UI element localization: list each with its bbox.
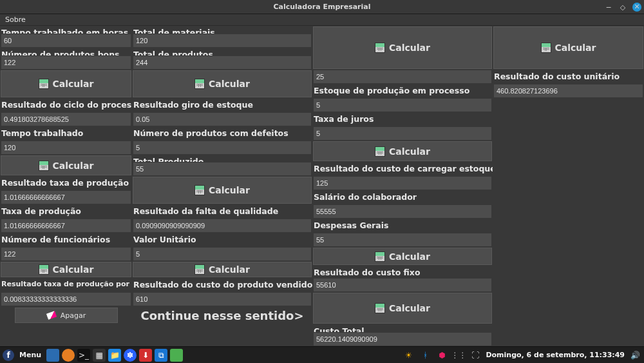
taskbar-app-icon[interactable]: ✽ — [124, 349, 137, 362]
label-res-custo-fixo: Resultado do custo fixo — [312, 266, 493, 278]
taskbar-running-app-icon[interactable] — [170, 349, 183, 362]
input-col3-top[interactable] — [314, 70, 491, 83]
label-res-custo-carregar: Resultado do custo de carregar estoque — [312, 162, 493, 176]
calculator-icon — [39, 264, 49, 275]
window-close-button[interactable]: ✕ — [632, 3, 641, 12]
label-salario: Salário do colaborador — [312, 190, 493, 204]
taskbar-app-icon[interactable]: ⬇ — [139, 349, 152, 362]
continue-text: Continue nesse sentido> — [132, 306, 312, 332]
label-total-produzido: Total Produzido — [132, 155, 312, 162]
tray-icon[interactable]: ⛶ — [469, 349, 482, 362]
input-estoque-processo[interactable] — [314, 99, 491, 112]
label-res-ciclo: Resultado do ciclo do processo — [0, 98, 132, 112]
tray-icon[interactable]: ⬢ — [435, 349, 448, 362]
output-res-custo-fixo[interactable] — [314, 279, 491, 291]
calcular-button-taxa-prod[interactable]: Calcular — [1, 155, 131, 176]
input-taxa-prod[interactable] — [1, 219, 131, 232]
output-res-falta-qual[interactable] — [133, 219, 311, 232]
taskbar-terminal-icon[interactable]: >_ — [77, 349, 90, 362]
input-total-produzido[interactable] — [133, 162, 311, 175]
taskbar-files-icon[interactable]: 📁 — [108, 349, 121, 362]
output-res-taxa-recurso[interactable] — [1, 293, 131, 306]
input-num-defeitos[interactable] — [133, 141, 311, 154]
taskbar-menu-label: Menu — [17, 351, 44, 359]
calcular-button-carregar[interactable]: Calcular — [313, 141, 492, 162]
label-num-func: Número de funcionários — [0, 233, 132, 247]
taskbar-menu-button[interactable]: f Menu — [3, 349, 44, 361]
calcular-label: Calcular — [53, 264, 94, 275]
apagar-label: Apagar — [61, 311, 86, 320]
app-menubar: Sobre — [0, 14, 644, 26]
input-total-produtos[interactable] — [133, 56, 311, 69]
input-tempo-trabalhado[interactable] — [1, 141, 131, 154]
window-title: Calculadora Empresarial — [273, 3, 370, 11]
calcular-button-ciclo[interactable]: Calcular — [1, 70, 131, 97]
calcular-label: Calcular — [209, 79, 250, 89]
output-res-custo-vendido[interactable] — [133, 293, 311, 306]
calcular-label: Calcular — [53, 79, 94, 89]
calcular-button-falta-qual[interactable]: Calcular — [133, 177, 312, 204]
calcular-label: Calcular — [389, 43, 430, 53]
input-taxa-juros[interactable] — [314, 127, 491, 140]
calcular-button-custo-total[interactable]: Calcular — [313, 293, 492, 324]
label-valor-unit: Valor Unitário — [132, 233, 312, 247]
taskbar-app-icon[interactable] — [46, 349, 59, 362]
window-minimize-button[interactable]: − — [604, 3, 613, 12]
output-res-custo-carregar[interactable] — [314, 177, 491, 190]
output-res-ciclo[interactable] — [1, 113, 131, 126]
output-custo-total[interactable] — [314, 333, 491, 346]
menu-sobre[interactable]: Sobre — [1, 15, 30, 24]
calculator-icon — [375, 43, 385, 53]
eraser-icon — [45, 310, 57, 321]
tray-volume-icon[interactable]: 🔊 — [629, 349, 641, 362]
output-res-taxa-prod[interactable] — [1, 191, 131, 204]
input-total-materiais[interactable] — [133, 34, 311, 47]
calcular-label: Calcular — [209, 264, 250, 275]
calculator-icon — [39, 79, 49, 89]
taskbar-vscode-icon[interactable]: ⧉ — [155, 349, 167, 362]
calcular-button-custo-vendido[interactable]: Calcular — [133, 262, 312, 277]
taskbar-app-icon[interactable]: ▦ — [93, 349, 106, 362]
label-tempo-horas: Tempo trabalhado em horas — [0, 26, 132, 34]
apagar-button[interactable]: Apagar — [15, 308, 118, 323]
label-tempo-trabalhado: Tempo trabalhado — [0, 126, 132, 141]
taskbar-app-icon[interactable] — [62, 349, 75, 362]
app-grid: Tempo trabalhado em horas Total de mater… — [0, 26, 644, 346]
label-custo-total: Custo Total — [312, 324, 493, 332]
window-titlebar: Calculadora Empresarial − ◇ ✕ — [0, 0, 644, 14]
input-num-func[interactable] — [1, 248, 131, 260]
input-despesas[interactable] — [314, 233, 491, 246]
input-tempo-horas[interactable] — [1, 34, 131, 47]
calcular-label: Calcular — [53, 161, 94, 171]
input-valor-unit[interactable] — [133, 248, 311, 260]
calculator-icon — [375, 251, 385, 262]
output-res-giro[interactable] — [133, 113, 311, 126]
calcular-button-custo-fixo[interactable]: Calcular — [313, 248, 492, 265]
tray-icon[interactable]: ☀ — [402, 349, 415, 362]
label-res-custo-vendido: Resultado do custo do produto vendido — [132, 278, 312, 292]
calculator-icon — [39, 161, 49, 171]
window-maximize-button[interactable]: ◇ — [618, 3, 627, 12]
label-res-taxa-prod: Resultado taxa de produção — [0, 176, 132, 190]
tray-wifi-icon[interactable]: ⋮⋮ — [452, 349, 465, 362]
calcular-label: Calcular — [389, 303, 430, 313]
output-res-custo-unitario[interactable] — [494, 84, 643, 97]
label-num-defeitos: Número de produtos com defeitos — [132, 126, 312, 141]
calcular-button-col3-top[interactable]: Calcular — [313, 26, 492, 69]
label-total-materiais: Total de materiais — [132, 26, 312, 34]
fedora-icon: f — [3, 349, 14, 361]
desktop-taskbar: f Menu >_ ▦ 📁 ✽ ⬇ ⧉ ☀ ᚼ ⬢ ⋮⋮ ⛶ Domingo, … — [0, 346, 644, 363]
calcular-button-col4-top[interactable]: Calcular — [493, 26, 643, 69]
calculator-icon — [375, 303, 385, 313]
label-num-bons: Número de produtos bons — [0, 48, 132, 55]
calcular-button-taxa-recurso[interactable]: Calcular — [1, 262, 131, 277]
input-salario[interactable] — [314, 205, 491, 218]
tray-bluetooth-icon[interactable]: ᚼ — [419, 349, 431, 362]
calculator-icon — [375, 146, 385, 157]
calcular-label: Calcular — [389, 251, 430, 262]
label-res-falta-qual: Resultado da falta de qualidade — [132, 204, 312, 219]
input-num-bons[interactable] — [1, 56, 131, 69]
label-estoque-processo: Estoque de produção em processo — [312, 84, 493, 98]
taskbar-clock[interactable]: Domingo, 6 de setembro, 11:33:49 — [486, 351, 625, 359]
calcular-button-giro[interactable]: Calcular — [133, 70, 312, 97]
